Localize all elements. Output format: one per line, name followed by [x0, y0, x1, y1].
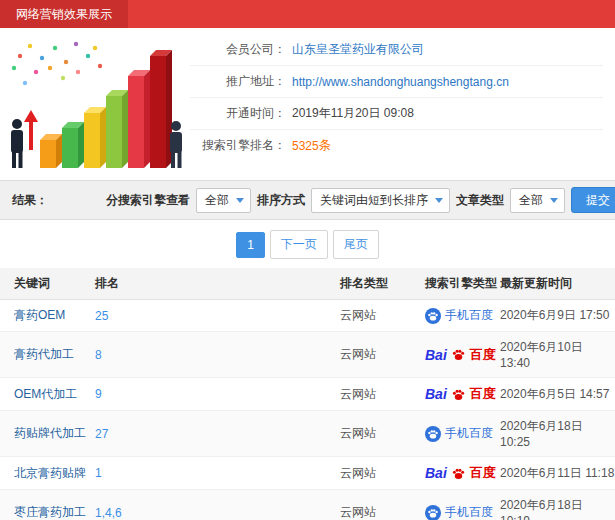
info-label-company: 会员公司： — [190, 41, 286, 58]
column-header: 排名 — [95, 268, 340, 300]
engine-cell: Bai百度 — [425, 332, 500, 378]
engine-filter-value: 全部 — [205, 192, 229, 209]
mobile-baidu-logo: 手机百度 — [425, 425, 493, 442]
table-row: 药贴牌代加工27云网站手机百度2020年6月18日 10:25 — [0, 411, 615, 457]
update-time: 2020年6月5日 14:57 — [500, 387, 609, 401]
chevron-down-icon — [236, 198, 244, 203]
rank-type-cell: 云网站 — [340, 490, 425, 520]
table-row: 北京膏药贴牌1云网站Bai百度2020年6月11日 11:18 — [0, 457, 615, 490]
rank-link[interactable]: 1 — [95, 466, 102, 480]
sort-filter-value: 关键词由短到长排序 — [320, 192, 428, 209]
column-header: 搜索引擎类型 — [425, 268, 500, 300]
mobile-baidu-icon — [425, 426, 441, 442]
pagination-next-button[interactable]: 下一页 — [270, 230, 328, 259]
column-header: 排名类型 — [340, 268, 425, 300]
baidu-paw-icon — [451, 466, 466, 481]
filter-controls: 分搜索引擎查看 全部 排序方式 关键词由短到长排序 文章类型 全部 提交 — [106, 187, 603, 213]
update-time: 2020年6月11日 11:18 — [500, 466, 614, 480]
submit-button[interactable]: 提交 — [571, 187, 615, 213]
column-header: 最新更新时间 — [500, 268, 615, 300]
update-time-cell: 2020年6月11日 11:18 — [500, 457, 615, 490]
table-row: OEM代加工9云网站Bai百度2020年6月5日 14:57 — [0, 378, 615, 411]
rank-link[interactable]: 1,4,6 — [95, 506, 122, 520]
engine-cell: Bai百度 — [425, 378, 500, 411]
info-row-open-time: 开通时间：2019年11月20日 09:08 — [190, 98, 603, 130]
page-title: 网络营销效果展示 — [0, 0, 128, 28]
mobile-baidu-icon — [425, 505, 441, 520]
rank-cell: 1 — [95, 457, 340, 490]
info-value-company[interactable]: 山东皇圣堂药业有限公司 — [292, 41, 424, 58]
pagination-last-button[interactable]: 尾页 — [333, 230, 379, 259]
info-value-url[interactable]: http://www.shandonghuangshengtang.cn — [292, 75, 509, 89]
rank-link[interactable]: 25 — [95, 309, 108, 323]
keyword-link[interactable]: OEM代加工 — [14, 387, 77, 401]
mobile-baidu-icon — [425, 308, 441, 324]
info-value-open-time: 2019年11月20日 09:08 — [292, 105, 414, 122]
info-label-open-time: 开通时间： — [190, 105, 286, 122]
keyword-link[interactable]: 北京膏药贴牌 — [14, 466, 86, 480]
keyword-link[interactable]: 药贴牌代加工 — [14, 426, 86, 440]
results-table: 关键词排名排名类型搜索引擎类型最新更新时间 膏药OEM25云网站手机百度2020… — [0, 268, 615, 520]
info-label-url: 推广地址： — [190, 73, 286, 90]
engine-filter-label: 分搜索引擎查看 — [106, 192, 190, 209]
rank-type-cell: 云网站 — [340, 332, 425, 378]
engine-cell: 手机百度 — [425, 300, 500, 332]
rank-link[interactable]: 27 — [95, 427, 108, 441]
pagination-current-page[interactable]: 1 — [236, 232, 265, 258]
baidu-logo: Bai百度 — [425, 464, 496, 482]
rank-cell: 8 — [95, 332, 340, 378]
engine-label: 手机百度 — [445, 425, 493, 442]
rank-link[interactable]: 8 — [95, 348, 102, 362]
rank-type-cell: 云网站 — [340, 378, 425, 411]
update-time: 2020年6月9日 17:50 — [500, 308, 609, 322]
info-label-rank-count: 搜索引擎排名： — [190, 137, 286, 154]
rank-cell: 27 — [95, 411, 340, 457]
engine-label: 手机百度 — [445, 504, 493, 520]
engine-label: 百度 — [470, 385, 496, 403]
rank-type-cell: 云网站 — [340, 300, 425, 332]
rank-link[interactable]: 9 — [95, 387, 102, 401]
rank-cell: 25 — [95, 300, 340, 332]
baidu-latin-label: Bai — [425, 386, 447, 402]
keyword-link[interactable]: 膏药OEM — [14, 308, 65, 322]
type-filter-value: 全部 — [519, 192, 543, 209]
column-header: 关键词 — [0, 268, 95, 300]
type-filter-select[interactable]: 全部 — [510, 188, 565, 213]
bar-chart-graphic — [0, 28, 190, 180]
update-time-cell: 2020年6月18日 10:19 — [500, 490, 615, 520]
rank-cell: 1,4,6 — [95, 490, 340, 520]
chevron-down-icon — [550, 198, 558, 203]
update-time: 2020年6月18日 10:25 — [500, 419, 583, 449]
baidu-paw-icon — [451, 347, 466, 362]
pagination: 1 下一页 尾页 — [0, 220, 615, 268]
update-time: 2020年6月10日 13:40 — [500, 340, 583, 370]
bar-chart-illustration — [0, 28, 190, 180]
keyword-cell: OEM代加工 — [0, 378, 95, 411]
engine-filter-select[interactable]: 全部 — [196, 188, 251, 213]
rank-cell: 9 — [95, 378, 340, 411]
update-time-cell: 2020年6月5日 14:57 — [500, 378, 615, 411]
keyword-cell: 膏药代加工 — [0, 332, 95, 378]
member-info-rows: 会员公司：山东皇圣堂药业有限公司推广地址：http://www.shandong… — [190, 34, 603, 180]
update-time-cell: 2020年6月10日 13:40 — [500, 332, 615, 378]
table-row: 膏药代加工8云网站Bai百度2020年6月10日 13:40 — [0, 332, 615, 378]
update-time-cell: 2020年6月18日 10:25 — [500, 411, 615, 457]
rank-type-cell: 云网站 — [340, 457, 425, 490]
table-header-row: 关键词排名排名类型搜索引擎类型最新更新时间 — [0, 268, 615, 300]
keyword-link[interactable]: 枣庄膏药加工 — [14, 505, 86, 519]
info-row-rank-count: 搜索引擎排名：5325条 — [190, 130, 603, 161]
sort-filter-select[interactable]: 关键词由短到长排序 — [311, 188, 450, 213]
keyword-link[interactable]: 膏药代加工 — [14, 347, 74, 361]
info-row-url: 推广地址：http://www.shandonghuangshengtang.c… — [190, 66, 603, 98]
engine-cell: Bai百度 — [425, 457, 500, 490]
engine-label: 百度 — [470, 346, 496, 364]
info-row-company: 会员公司：山东皇圣堂药业有限公司 — [190, 34, 603, 66]
keyword-cell: 膏药OEM — [0, 300, 95, 332]
engine-cell: 手机百度 — [425, 411, 500, 457]
sort-filter-label: 排序方式 — [257, 192, 305, 209]
keyword-cell: 北京膏药贴牌 — [0, 457, 95, 490]
mobile-baidu-logo: 手机百度 — [425, 307, 493, 324]
baidu-latin-label: Bai — [425, 347, 447, 363]
table-row: 膏药OEM25云网站手机百度2020年6月9日 17:50 — [0, 300, 615, 332]
baidu-logo: Bai百度 — [425, 385, 496, 403]
